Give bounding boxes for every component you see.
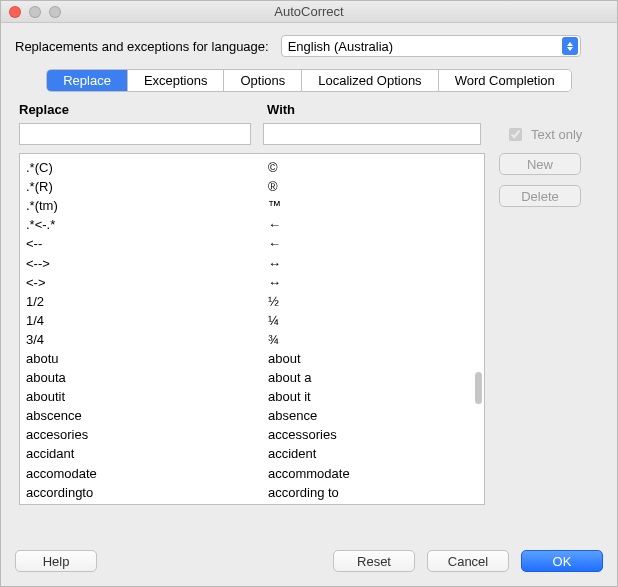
autocorrect-window: AutoCorrect Replacements and exceptions …	[0, 0, 618, 587]
column-header-replace: Replace	[19, 102, 267, 117]
tab-localized-options[interactable]: Localized Options	[302, 70, 438, 91]
list-item-with: accident	[268, 446, 484, 461]
language-value: English (Australia)	[288, 39, 394, 54]
list-item-replace: abouta	[26, 370, 268, 385]
list-item-replace: accomodate	[26, 466, 268, 481]
list-item[interactable]: accrossacross	[26, 502, 484, 505]
list-item[interactable]: abscenceabsence	[26, 406, 484, 425]
language-select[interactable]: English (Australia)	[281, 35, 581, 57]
list-item[interactable]: .*(R)®	[26, 177, 484, 196]
list-item[interactable]: <-->↔	[26, 253, 484, 272]
delete-button[interactable]: Delete	[499, 185, 581, 207]
list-item[interactable]: accesoriesaccessories	[26, 425, 484, 444]
list-item-replace: .*(C)	[26, 160, 268, 175]
list-item-with: ←	[268, 236, 484, 251]
ok-button[interactable]: OK	[521, 550, 603, 572]
list-item-with: about	[268, 351, 484, 366]
list-item[interactable]: accomodateaccommodate	[26, 464, 484, 483]
list-item-replace: accidant	[26, 446, 268, 461]
scrollbar-thumb[interactable]	[475, 372, 482, 404]
list-item-replace: .*<-.*	[26, 217, 268, 232]
list-item-replace: 1/4	[26, 313, 268, 328]
list-item[interactable]: .*<-.*←	[26, 215, 484, 234]
list-item-replace: .*(R)	[26, 179, 268, 194]
list-item-with: ↔	[268, 275, 484, 290]
list-item-with: ©	[268, 160, 484, 175]
list-item-replace: 1/2	[26, 294, 268, 309]
list-item-with: ¼	[268, 313, 484, 328]
list-item-replace: accordingto	[26, 485, 268, 500]
with-input[interactable]	[263, 123, 481, 145]
list-item[interactable]: accidantaccident	[26, 444, 484, 463]
dropdown-stepper-icon	[562, 37, 578, 55]
list-item-replace: abotu	[26, 351, 268, 366]
list-item-replace: accesories	[26, 427, 268, 442]
list-item-with: ½	[268, 294, 484, 309]
list-item[interactable]: 3/4¾	[26, 330, 484, 349]
column-header-with: With	[267, 102, 603, 117]
tab-replace[interactable]: Replace	[47, 70, 128, 91]
list-item-with: ↔	[268, 256, 484, 271]
list-item-with: ←	[268, 217, 484, 232]
list-item-replace: <--	[26, 236, 268, 251]
list-item[interactable]: .*(tm)™	[26, 196, 484, 215]
list-item-with: absence	[268, 408, 484, 423]
tabs: Replace Exceptions Options Localized Opt…	[15, 69, 603, 92]
text-only-checkbox-input[interactable]	[509, 128, 522, 141]
replace-input[interactable]	[19, 123, 251, 145]
list-item-with: ®	[268, 179, 484, 194]
reset-button[interactable]: Reset	[333, 550, 415, 572]
list-item-replace: <-->	[26, 256, 268, 271]
titlebar: AutoCorrect	[1, 1, 617, 23]
tab-word-completion[interactable]: Word Completion	[439, 70, 571, 91]
list-item-with: ¾	[268, 332, 484, 347]
list-item-replace: .*(tm)	[26, 198, 268, 213]
tab-options[interactable]: Options	[224, 70, 302, 91]
cancel-button[interactable]: Cancel	[427, 550, 509, 572]
list-item[interactable]: 1/4¼	[26, 311, 484, 330]
list-item[interactable]: accordingtoaccording to	[26, 483, 484, 502]
text-only-checkbox[interactable]: Text only	[505, 125, 582, 144]
list-item[interactable]: <->↔	[26, 273, 484, 292]
list-item[interactable]: aboutitabout it	[26, 387, 484, 406]
list-item-with: across	[268, 504, 484, 505]
list-item-with: about it	[268, 389, 484, 404]
list-item[interactable]: aboutaabout a	[26, 368, 484, 387]
new-button[interactable]: New	[499, 153, 581, 175]
list-item-replace: <->	[26, 275, 268, 290]
list-item[interactable]: 1/2½	[26, 292, 484, 311]
list-item-replace: 3/4	[26, 332, 268, 347]
list-item[interactable]: <--←	[26, 234, 484, 253]
tab-exceptions[interactable]: Exceptions	[128, 70, 225, 91]
list-item-replace: abscence	[26, 408, 268, 423]
language-label: Replacements and exceptions for language…	[15, 39, 269, 54]
help-button[interactable]: Help	[15, 550, 97, 572]
list-item[interactable]: abotuabout	[26, 349, 484, 368]
list-item-with: ™	[268, 198, 484, 213]
list-item-replace: accross	[26, 504, 268, 505]
list-item-with: accommodate	[268, 466, 484, 481]
list-item-with: accessories	[268, 427, 484, 442]
text-only-label: Text only	[531, 127, 582, 142]
list-item[interactable]: .*(C)©	[26, 158, 484, 177]
list-item-with: about a	[268, 370, 484, 385]
replacements-list[interactable]: .*(C)©.*(R)®.*(tm)™.*<-.*←<--←<-->↔<->↔1…	[19, 153, 485, 505]
list-item-replace: aboutit	[26, 389, 268, 404]
list-item-with: according to	[268, 485, 484, 500]
window-title: AutoCorrect	[1, 4, 617, 19]
